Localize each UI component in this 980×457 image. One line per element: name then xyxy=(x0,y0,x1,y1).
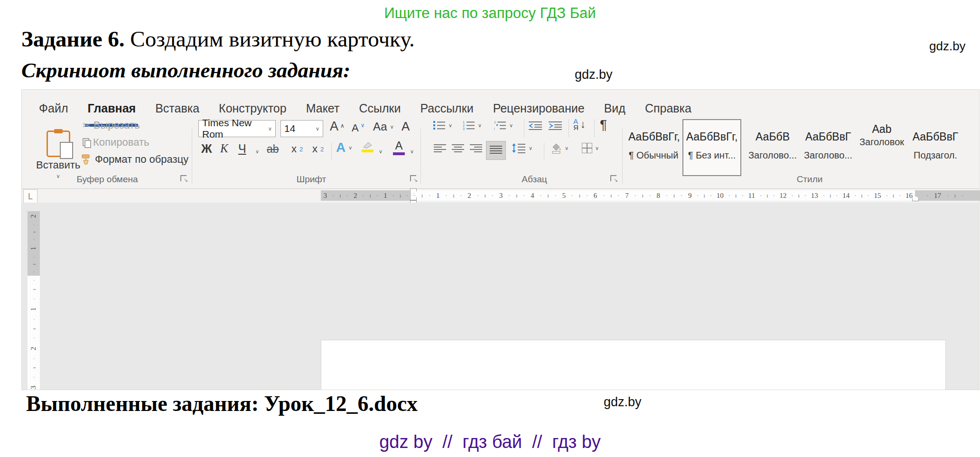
align-left-icon xyxy=(434,144,446,153)
scissors-icon: ✂ xyxy=(83,120,91,131)
highlight-options-chevron[interactable]: ∨ xyxy=(379,149,383,155)
group-divider xyxy=(420,129,421,184)
strikethrough-button[interactable]: ab xyxy=(267,143,279,156)
font-family-select[interactable]: Times New Rom ∨ xyxy=(198,120,276,137)
format-painter-button[interactable]: Формат по образцу xyxy=(81,153,188,166)
subscript-button[interactable]: x2 xyxy=(291,143,303,155)
underline-button[interactable]: Ч xyxy=(238,142,246,156)
italic-button[interactable]: К xyxy=(220,142,228,155)
highlighter-icon xyxy=(362,141,373,149)
document-area: 2·ı·1·ı· ·ı·1·ı·2·ı·3 Иванов Иван Ученик… xyxy=(22,203,979,390)
clipboard-dialog-launcher[interactable] xyxy=(180,175,187,181)
change-case-glyph: Аа xyxy=(373,120,387,133)
font-color-options-chevron[interactable]: ∨ xyxy=(410,149,414,155)
tab-stop-selector[interactable]: L xyxy=(23,189,37,204)
numbering-button[interactable]: 1 2 3 ∨ xyxy=(462,120,482,131)
done-tasks-heading: Выполненные задания: Урок_12_6.docx xyxy=(26,391,418,416)
chevron-down-icon: ∨ xyxy=(268,126,272,132)
style-label: Подзагол. xyxy=(911,150,960,161)
style-heading2[interactable]: АаБбВвГ Заголово... xyxy=(804,118,852,175)
justify-button[interactable] xyxy=(486,141,506,160)
paint-bucket-icon xyxy=(550,142,562,154)
text-effects-glyph: А xyxy=(336,140,345,155)
tab-insert[interactable]: Вставка xyxy=(155,90,199,127)
watermark-text: gdz.by xyxy=(575,67,613,82)
style-title[interactable]: Aab Заголовок xyxy=(855,118,908,175)
ruler-right-margin: ·17·ı· xyxy=(915,190,980,201)
underline-options-chevron[interactable]: ∨ xyxy=(255,149,259,155)
superscript-button[interactable]: x2 xyxy=(312,143,324,155)
style-label: Заголовок xyxy=(855,137,908,148)
chevron-down-icon: ∨ xyxy=(509,122,513,129)
bullets-button[interactable]: ∨ xyxy=(433,120,452,131)
style-normal[interactable]: АаБбВвГг, ¶ Обычный xyxy=(628,118,679,175)
svg-text:1: 1 xyxy=(463,121,465,124)
watermark-text: gdz.by xyxy=(604,395,642,410)
page: Ищите нас по запросу ГДЗ Бай Задание 6. … xyxy=(0,0,980,457)
font-family-value: Times New Rom xyxy=(202,117,268,140)
grow-font-button[interactable]: А ∧ xyxy=(330,119,345,134)
line-spacing-button[interactable]: ∨ xyxy=(512,143,532,153)
style-sample: АаБбВвГ xyxy=(804,131,852,143)
underline-glyph: Ч xyxy=(238,142,246,156)
font-size-select[interactable]: 14 ∨ xyxy=(280,120,323,137)
bold-glyph: Ж xyxy=(201,142,212,156)
font-color-button[interactable]: А xyxy=(393,139,405,155)
style-sample: Aab xyxy=(855,123,908,136)
multilevel-list-button[interactable]: 1 i ∨ xyxy=(494,120,513,131)
italic-glyph: К xyxy=(220,142,228,155)
font-dialog-launcher[interactable] xyxy=(410,175,416,181)
style-label: Заголово... xyxy=(745,150,800,161)
text-effects-button[interactable]: А ∨ xyxy=(336,140,352,155)
paste-button[interactable]: Вставить ∨ xyxy=(36,131,80,179)
paragraph-dialog-launcher[interactable] xyxy=(610,175,616,181)
decrease-indent-button[interactable] xyxy=(529,121,542,131)
numbered-list-icon: 1 2 3 xyxy=(462,120,475,131)
bold-button[interactable]: Ж xyxy=(201,142,212,156)
style-sample: АаБбВвГ xyxy=(911,131,960,143)
vruler-top-margin: 2·ı·1·ı· xyxy=(28,211,40,276)
style-sample: АаБбВ xyxy=(745,131,800,143)
clipboard-group-label: Буфер обмена xyxy=(41,174,174,185)
highlight-color-button[interactable] xyxy=(362,141,373,152)
vertical-ruler[interactable]: 2·ı·1·ı· ·ı·1·ı·2·ı·3 xyxy=(28,206,40,390)
line-spacing-icon xyxy=(512,143,526,153)
align-right-button[interactable] xyxy=(470,144,482,153)
copy-button[interactable]: Копировать xyxy=(83,136,149,149)
tab-file[interactable]: Файл xyxy=(39,90,68,127)
top-banner: Ищите нас по запросу ГДЗ Бай xyxy=(0,5,980,22)
svg-text:2: 2 xyxy=(463,124,465,127)
change-case-button[interactable]: Аа ∨ xyxy=(373,120,394,133)
format-painter-label: Формат по образцу xyxy=(95,153,188,166)
task-text: Создадим визитную карточку. xyxy=(125,27,415,51)
chevron-down-icon: ∨ xyxy=(565,145,569,151)
style-subtitle[interactable]: АаБбВвГ Подзагол. xyxy=(911,118,960,175)
format-painter-icon xyxy=(81,154,92,165)
style-label: ¶ Без инт... xyxy=(683,150,740,161)
style-label: Заголово... xyxy=(804,150,852,161)
subscript-mark: 2 xyxy=(299,146,303,153)
show-marks-button[interactable]: ¶ xyxy=(600,117,607,132)
borders-button[interactable]: ∨ xyxy=(582,143,599,153)
cut-button[interactable]: ✂ Вырезать xyxy=(83,119,140,131)
font-color-glyph: А xyxy=(395,139,402,152)
sort-button[interactable]: А Я ↓ xyxy=(573,118,586,131)
justify-icon xyxy=(490,145,502,155)
done-tasks-filename[interactable]: Урок_12_6.docx xyxy=(264,392,418,416)
superscript-mark: 2 xyxy=(320,146,324,153)
align-left-button[interactable] xyxy=(434,144,446,153)
shrink-font-button[interactable]: А ∨ xyxy=(352,122,364,134)
small-divider xyxy=(544,143,544,160)
task-title: Задание 6. Создадим визитную карточку. xyxy=(21,26,415,52)
indent-icon xyxy=(549,121,562,131)
align-center-button[interactable] xyxy=(452,144,464,153)
watermark-text: gdz.by xyxy=(929,39,966,54)
style-no-spacing[interactable]: АаБбВвГг, ¶ Без инт... xyxy=(682,119,741,176)
style-heading1[interactable]: АаБбВ Заголово... xyxy=(745,118,800,175)
group-divider xyxy=(622,129,623,184)
chevron-down-icon: ∨ xyxy=(595,145,599,151)
chevron-down-icon: ∨ xyxy=(448,122,452,129)
shading-button[interactable]: ∨ xyxy=(550,142,569,154)
increase-indent-button[interactable] xyxy=(549,121,562,131)
document-page[interactable]: Иванов Иван Ученик 6 «Б» класса Гимназии… xyxy=(321,340,946,390)
